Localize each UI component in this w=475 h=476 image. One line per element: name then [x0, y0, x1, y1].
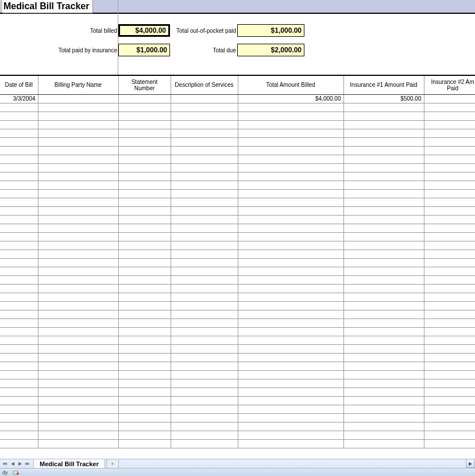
scroll-right-icon[interactable]: ▶ — [466, 459, 475, 468]
cell-stmt[interactable] — [118, 94, 171, 103]
table-header-row: Date of Bill Billing Party Name Statemen… — [0, 76, 475, 94]
table-row[interactable] — [0, 431, 475, 439]
footer: ⏮ ◀ ▶ ⏭ Medical Bill Tracker ✦ ▶ dy — [0, 459, 475, 476]
cell-party[interactable] — [38, 94, 118, 103]
status-bar: dy — [0, 468, 475, 476]
total-billed-label: Total billed — [0, 28, 118, 34]
table-row[interactable] — [0, 224, 475, 232]
new-sheet-button[interactable]: ✦ — [106, 459, 119, 469]
tab-prev-icon[interactable]: ◀ — [9, 460, 16, 467]
status-text: dy — [2, 470, 8, 475]
table-row[interactable] — [0, 267, 475, 275]
table-row[interactable] — [0, 249, 475, 258]
total-insurance-value[interactable]: $1,000.00 — [118, 44, 170, 56]
table-row[interactable] — [0, 181, 475, 189]
summary-area: Total billed $4,000.00 Total out-of-pock… — [0, 14, 475, 76]
table-row[interactable] — [0, 370, 475, 379]
table-row[interactable] — [0, 353, 475, 362]
total-due-value[interactable]: $2,000.00 — [237, 44, 304, 56]
table-row[interactable] — [0, 198, 475, 206]
table-row[interactable] — [0, 172, 475, 181]
table-row[interactable] — [0, 206, 475, 215]
table-row[interactable] — [0, 439, 475, 448]
data-grid[interactable]: Date of Bill Billing Party Name Statemen… — [0, 76, 475, 459]
table-row[interactable] — [0, 120, 475, 129]
table-row[interactable] — [0, 293, 475, 301]
macro-record-icon[interactable] — [13, 470, 20, 475]
table-row[interactable] — [0, 137, 475, 146]
tab-nav: ⏮ ◀ ▶ ⏭ — [0, 459, 31, 467]
row-highlight — [0, 0, 1, 13]
table-row[interactable] — [0, 379, 475, 387]
table-row[interactable]: 3/3/2004$4,000.00$500.00$ — [0, 94, 475, 103]
total-insurance-label: Total paid by insurance — [0, 47, 118, 53]
col-header-ins1[interactable]: Insurance #1 Amount Paid — [343, 76, 424, 94]
col-header-desc[interactable]: Description of Services — [171, 76, 238, 94]
col-header-stmt[interactable]: Statement Number — [118, 76, 171, 94]
col-header-party[interactable]: Billing Party Name — [38, 76, 118, 94]
table-row[interactable] — [0, 241, 475, 249]
table-row[interactable] — [0, 336, 475, 344]
table-row[interactable] — [0, 327, 475, 336]
table-row[interactable] — [0, 405, 475, 413]
table-row[interactable] — [0, 284, 475, 293]
table-row[interactable] — [0, 344, 475, 353]
table-row[interactable] — [0, 413, 475, 422]
total-billed-value[interactable]: $4,000.00 — [118, 24, 170, 37]
cell-ins2[interactable]: $ — [424, 94, 475, 103]
col-header-total[interactable]: Total Amount Billed — [238, 76, 343, 94]
total-oop-label: Total out-of-pocket paid — [170, 28, 237, 34]
table-row[interactable] — [0, 310, 475, 318]
table-row[interactable] — [0, 112, 475, 120]
table-row[interactable] — [0, 362, 475, 370]
col-header-ins2[interactable]: Insurance #2 Am Paid — [424, 76, 475, 94]
svg-point-1 — [17, 473, 19, 475]
table-row[interactable] — [0, 146, 475, 155]
cell-total[interactable]: $4,000.00 — [238, 94, 343, 103]
cell-ins1[interactable]: $500.00 — [343, 94, 424, 103]
bills-table[interactable]: Date of Bill Billing Party Name Statemen… — [0, 76, 475, 448]
page-title: Medical Bill Tracker — [2, 0, 93, 13]
cell-desc[interactable] — [171, 94, 238, 103]
tab-first-icon[interactable]: ⏮ — [2, 460, 9, 467]
total-due-label: Total due — [170, 47, 237, 53]
total-oop-value[interactable]: $1,000.00 — [237, 24, 304, 37]
table-row[interactable] — [0, 129, 475, 137]
table-row[interactable] — [0, 318, 475, 327]
tab-last-icon[interactable]: ⏭ — [24, 460, 31, 467]
table-row[interactable] — [0, 258, 475, 267]
table-row[interactable] — [0, 189, 475, 198]
table-row[interactable] — [0, 396, 475, 405]
table-row[interactable] — [0, 275, 475, 284]
table-row[interactable] — [0, 422, 475, 431]
table-row[interactable] — [0, 155, 475, 163]
table-row[interactable] — [0, 215, 475, 224]
cell-date[interactable]: 3/3/2004 — [0, 94, 38, 103]
table-row[interactable] — [0, 301, 475, 310]
table-row[interactable] — [0, 163, 475, 172]
tab-next-icon[interactable]: ▶ — [17, 460, 24, 467]
table-row[interactable] — [0, 232, 475, 241]
title-bar: Medical Bill Tracker — [0, 0, 475, 14]
col-header-date[interactable]: Date of Bill — [0, 76, 38, 94]
table-row[interactable] — [0, 103, 475, 112]
table-row[interactable] — [0, 387, 475, 396]
